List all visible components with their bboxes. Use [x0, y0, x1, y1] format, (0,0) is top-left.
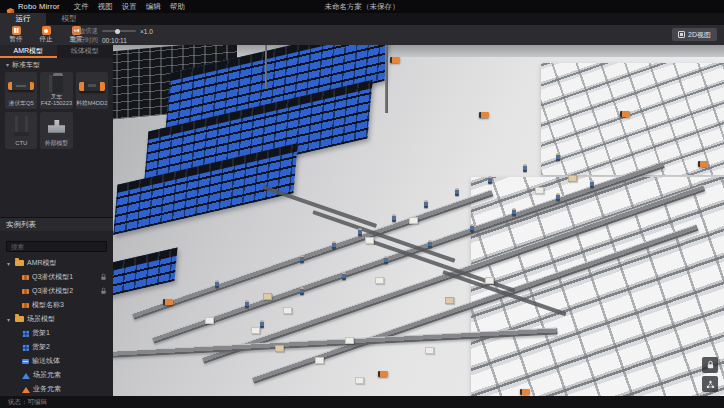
- instance-tree: ▾AMR模型Q3潜伏模型1Q3潜伏模型2模型名称3▾场景模型货架1货架2输送线体…: [0, 256, 113, 396]
- scene-rack-upright: [385, 45, 388, 113]
- lock-button[interactable]: [702, 357, 718, 373]
- model-thumbnail: [5, 72, 37, 100]
- model-card-label: CTU: [15, 140, 27, 147]
- ribbon-tab-bar: 运行模型: [0, 13, 724, 25]
- tree-item-货架2[interactable]: 货架2: [0, 340, 113, 354]
- model-card-label: 外部模型: [45, 140, 68, 147]
- view-2d-button[interactable]: 2D视图: [672, 28, 717, 41]
- scene-worker-figure: [556, 193, 560, 201]
- ctu-icon: [15, 116, 28, 136]
- lock-icon: [100, 273, 107, 281]
- pause-label: 暂停: [10, 36, 23, 43]
- model-card-潜伏车Q5[interactable]: 潜伏车Q5: [5, 72, 37, 109]
- business-icon: [22, 387, 30, 393]
- model-card-外部模型[interactable]: 外部模型: [40, 112, 72, 149]
- scene-worker-figure: [512, 208, 516, 216]
- forklift-icon: [53, 73, 63, 93]
- scene-worker-figure: [342, 272, 346, 280]
- model-library-tabs: AMR模型线体模型: [0, 45, 113, 58]
- runtime-label: 运行时间: [72, 36, 98, 45]
- model-card-料箱M4DD2[interactable]: 料箱M4DD2: [76, 72, 108, 109]
- scene-worker-figure: [358, 228, 362, 236]
- scene-icon: [22, 373, 30, 379]
- scene-rack-blue-bins: [113, 247, 177, 298]
- tree-item-label: 场景元素: [33, 370, 61, 380]
- tree-item-label: 货架2: [32, 342, 50, 352]
- scene-worker-figure: [455, 188, 459, 196]
- scene-floor-box: [275, 345, 284, 352]
- section-standard-vehicles[interactable]: ▾ 标准车型: [0, 58, 113, 71]
- scene-worker-figure: [300, 255, 304, 263]
- network-button[interactable]: [702, 376, 718, 392]
- scene-worker-figure: [392, 214, 396, 222]
- tree-item-业务元素[interactable]: 业务元素: [0, 382, 113, 396]
- scene-floor-box: [485, 277, 494, 284]
- scene-white-container-grid: [541, 63, 724, 175]
- scene-worker-figure: [300, 287, 304, 295]
- scene-worker-figure: [470, 224, 474, 232]
- shelf-icon: [22, 330, 29, 337]
- pause-button[interactable]: 暂停: [5, 26, 27, 43]
- scene-worker-figure: [488, 176, 492, 184]
- menu-item-2[interactable]: 视图: [98, 2, 113, 12]
- menu-item-5[interactable]: 帮助: [170, 2, 185, 12]
- scene-agv-robot: [390, 57, 400, 63]
- folder-icon: [15, 260, 24, 266]
- model-thumbnail: [40, 112, 72, 140]
- scene-cross-belt: [312, 210, 455, 263]
- search-input[interactable]: [6, 241, 107, 252]
- tree-item-模型名称3[interactable]: 模型名称3: [0, 298, 113, 312]
- amr-icon: [22, 275, 29, 280]
- amr-icon: [22, 303, 29, 308]
- model-card-label: 叉车: [51, 94, 63, 101]
- viewport-3d[interactable]: [113, 45, 724, 396]
- speed-slider[interactable]: [102, 30, 136, 32]
- tree-item-Q3潜伏模型1[interactable]: Q3潜伏模型1: [0, 270, 113, 284]
- menu-item-4[interactable]: 编辑: [146, 2, 161, 12]
- speed-slider-handle[interactable]: [115, 29, 120, 34]
- scene-worker-figure: [424, 200, 428, 208]
- ribbon-tab-模型[interactable]: 模型: [46, 13, 92, 25]
- model-card-label: 潜伏车Q5: [9, 100, 34, 107]
- scene-floor-box: [568, 175, 577, 182]
- scene-cross-belt: [262, 185, 377, 228]
- speed-value: ×1.0: [140, 28, 153, 35]
- app-name: Robo Mirror: [18, 2, 60, 11]
- pause-icon: [12, 26, 21, 35]
- tree-group-场景模型[interactable]: ▾场景模型: [0, 312, 113, 326]
- agv-bin-icon: [79, 82, 105, 91]
- menu-item-3[interactable]: 设置: [122, 2, 137, 12]
- model-card-grid: 潜伏车Q5叉车F4Z-150223料箱M4DD2CTU外部模型: [0, 71, 113, 153]
- scene-floor-box: [409, 217, 418, 224]
- model-card-CTU[interactable]: CTU: [5, 112, 37, 149]
- tree-item-货架1[interactable]: 货架1: [0, 326, 113, 340]
- scene-agv-robot: [163, 299, 173, 305]
- scene-floor-box: [425, 347, 434, 354]
- scene-worker-figure: [245, 300, 249, 308]
- tree-group-AMR模型[interactable]: ▾AMR模型: [0, 256, 113, 270]
- model-card-叉车[interactable]: 叉车F4Z-150223: [40, 72, 72, 109]
- scene-worker-figure: [428, 240, 432, 248]
- ribbon-tab-运行[interactable]: 运行: [0, 13, 46, 25]
- tree-item-输送线体[interactable]: 输送线体: [0, 354, 113, 368]
- scene-floor-box: [251, 327, 260, 334]
- caret-down-icon: ▾: [7, 260, 12, 267]
- tree-item-label: 业务元素: [33, 384, 61, 394]
- menu-item-1[interactable]: 文件: [74, 2, 89, 12]
- panel-tab-AMR模型[interactable]: AMR模型: [0, 45, 57, 58]
- scene-floor-box: [205, 317, 214, 324]
- panel-tab-线体模型[interactable]: 线体模型: [57, 45, 114, 58]
- stop-button[interactable]: 停止: [35, 26, 57, 43]
- scene-worker-figure: [384, 256, 388, 264]
- scene-agv-robot: [378, 371, 388, 377]
- scene-agv-robot: [620, 111, 630, 117]
- tree-item-label: 输送线体: [32, 356, 60, 366]
- scene-worker-figure: [590, 180, 594, 188]
- tree-item-label: 货架1: [32, 328, 50, 338]
- tree-item-Q3潜伏模型2[interactable]: Q3潜伏模型2: [0, 284, 113, 298]
- instance-list-header: 实例列表: [0, 217, 113, 231]
- tree-item-场景元素[interactable]: 场景元素: [0, 368, 113, 382]
- panel-spacer: [0, 153, 113, 217]
- menu-bar: 文件视图设置编辑帮助: [74, 2, 185, 12]
- stop-icon: [42, 26, 51, 35]
